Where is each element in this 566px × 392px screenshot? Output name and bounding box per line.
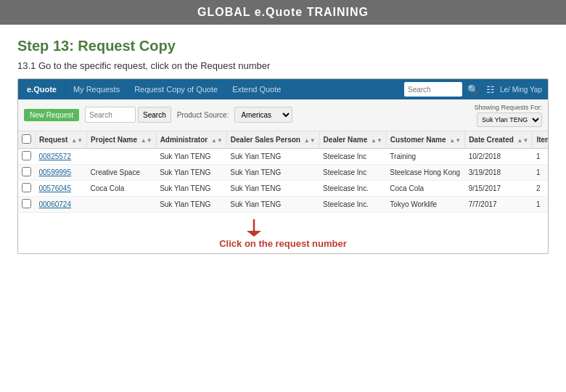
showing-label: Showing Requests For: Suk Ylan TENG xyxy=(474,103,542,127)
row-request: 00599995 xyxy=(36,164,87,180)
row-project: Coca Cola xyxy=(87,180,157,196)
row-checkbox[interactable] xyxy=(22,167,31,176)
col-date: Date Created ▲▼ xyxy=(465,131,533,149)
nav-item-my-requests[interactable]: My Requests xyxy=(66,79,127,99)
main-content: Step 13: Request Copy 13.1 Go to the spe… xyxy=(0,25,566,261)
row-dealer: Steelcase Inc xyxy=(319,148,386,164)
row-admin: Suk Ylan TENG xyxy=(156,180,226,196)
row-customer: Tokyo Worklife xyxy=(386,196,464,212)
header-title: GLOBAL e.Quote TRAINING xyxy=(197,6,369,18)
row-request: 00060724 xyxy=(36,196,87,212)
row-dealer-sales: Suk Yian TENG xyxy=(226,148,319,164)
row-project: Creative Space xyxy=(87,164,157,180)
row-checkbox[interactable] xyxy=(22,199,31,208)
arrow-annotation xyxy=(210,216,356,237)
select-all-checkbox[interactable] xyxy=(22,134,31,144)
row-dealer: Steelcase Inc. xyxy=(319,180,386,196)
toolbar-search-input[interactable] xyxy=(85,107,136,123)
row-dealer: Steelcase Inc. xyxy=(319,196,386,212)
step-desc: 13.1 Go to the specific request, click o… xyxy=(17,60,549,71)
grid-icon[interactable]: ☷ xyxy=(484,84,497,95)
nav-search-area: 🔍 ☷ Le/ Ming Yap xyxy=(404,82,548,97)
row-customer: Training xyxy=(386,148,464,164)
toolbar-search-button[interactable]: Search xyxy=(138,107,171,123)
row-project xyxy=(87,148,157,164)
col-dealer-sales: Dealer Sales Person ▲▼ xyxy=(226,131,319,149)
table-row: 00060724 Suk Ylan TENG Suk Yian TENG Ste… xyxy=(18,196,548,212)
row-customer: Coca Cola xyxy=(386,180,464,196)
nav-item-request-copy[interactable]: Request Copy of Quote xyxy=(127,79,225,99)
row-checkbox-cell xyxy=(18,180,36,196)
col-project: Project Name ▲▼ xyxy=(87,131,157,149)
nav-bar: e.Quote My Requests Request Copy of Quot… xyxy=(18,79,548,99)
row-request: 00825572 xyxy=(36,148,87,164)
toolbar: New Request Search Product Source: Ameri… xyxy=(18,99,548,131)
search-icon[interactable]: 🔍 xyxy=(465,84,481,95)
row-checkbox-cell xyxy=(18,148,36,164)
step-title: Step 13: Request Copy xyxy=(17,38,549,54)
row-dealer-sales: Suk Yian TENG xyxy=(226,180,319,196)
row-checkbox[interactable] xyxy=(22,183,31,192)
row-items: 1 xyxy=(533,148,548,164)
nav-brand: e.Quote xyxy=(18,79,66,99)
col-admin: Administrator ▲▼ xyxy=(156,131,226,149)
product-source-label: Product Source: xyxy=(177,111,229,119)
table-row: 00576045 Coca Cola Suk Ylan TENG Suk Yia… xyxy=(18,180,548,196)
row-admin: Suk Ylan TENG xyxy=(156,196,226,212)
row-admin: Suk Ylan TENG xyxy=(156,164,226,180)
row-date: 7/7/2017 xyxy=(465,196,533,212)
table-body: 00825572 Suk Ylan TENG Suk Yian TENG Ste… xyxy=(18,148,548,212)
nav-user: Le/ Ming Yap xyxy=(500,86,542,94)
row-date: 10/2/2018 xyxy=(465,148,533,164)
new-request-button[interactable]: New Request xyxy=(24,109,79,121)
table-header: Request ▲▼ Project Name ▲▼ Administrator… xyxy=(18,131,548,149)
showing-select[interactable]: Suk Ylan TENG xyxy=(477,113,542,127)
table-row: 00825572 Suk Ylan TENG Suk Yian TENG Ste… xyxy=(18,148,548,164)
row-dealer: Steelcase Inc xyxy=(319,164,386,180)
request-number-link[interactable]: 00060724 xyxy=(39,200,72,208)
row-checkbox-cell xyxy=(18,164,36,180)
app-header: GLOBAL e.Quote TRAINING xyxy=(0,0,566,25)
product-source-select[interactable]: Americas xyxy=(234,107,292,123)
requests-table-container: Request ▲▼ Project Name ▲▼ Administrator… xyxy=(18,131,548,213)
col-dealer: Dealer Name ▲▼ xyxy=(319,131,386,149)
click-label: Click on the request number xyxy=(18,237,548,252)
annotation-area: Click on the request number xyxy=(18,213,548,253)
requests-table: Request ▲▼ Project Name ▲▼ Administrator… xyxy=(18,131,548,213)
row-items: 1 xyxy=(533,164,548,180)
row-dealer-sales: Suk Yian TENG xyxy=(226,164,319,180)
app-window: e.Quote My Requests Request Copy of Quot… xyxy=(17,78,549,254)
request-number-link[interactable]: 00599995 xyxy=(39,168,72,176)
row-project xyxy=(87,196,157,212)
toolbar-search: Search xyxy=(85,107,171,123)
nav-item-extend-quote[interactable]: Extend Quote xyxy=(225,79,288,99)
request-number-link[interactable]: 00825572 xyxy=(39,152,72,160)
row-dealer-sales: Suk Yian TENG xyxy=(226,196,319,212)
table-row: 00599995 Creative Space Suk Ylan TENG Su… xyxy=(18,164,548,180)
row-date: 9/15/2017 xyxy=(465,180,533,196)
row-customer: Steelcase Hong Kong xyxy=(386,164,464,180)
nav-search-input[interactable] xyxy=(404,82,462,97)
row-checkbox[interactable] xyxy=(22,151,31,160)
col-checkbox xyxy=(18,131,36,149)
row-request: 00576045 xyxy=(36,180,87,196)
col-items: Items ▲▼ xyxy=(533,131,548,149)
col-request: Request ▲▼ xyxy=(36,131,87,149)
row-items: 1 xyxy=(533,196,548,212)
row-checkbox-cell xyxy=(18,196,36,212)
row-date: 3/19/2018 xyxy=(465,164,533,180)
row-items: 2 xyxy=(533,180,548,196)
showing-line1: Showing Requests For: xyxy=(474,103,542,113)
request-number-link[interactable]: 00576045 xyxy=(39,184,72,192)
row-admin: Suk Ylan TENG xyxy=(156,148,226,164)
col-customer: Customer Name ▲▼ xyxy=(386,131,464,149)
svg-marker-1 xyxy=(247,231,261,237)
